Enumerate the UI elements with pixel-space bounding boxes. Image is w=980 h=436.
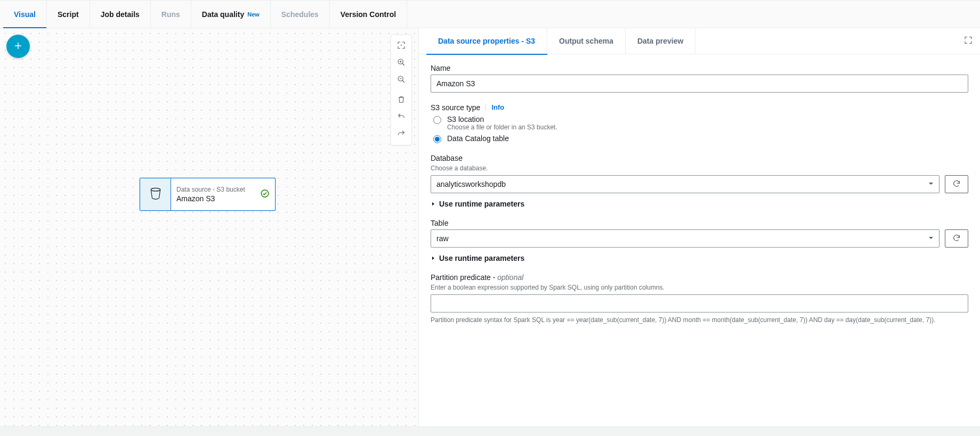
node-status-ok xyxy=(260,189,270,200)
expand-icon xyxy=(964,38,973,46)
fit-screen-icon xyxy=(397,41,406,51)
table-select[interactable]: raw xyxy=(431,229,939,248)
refresh-icon xyxy=(952,179,961,190)
partition-label-text: Partition predicate - xyxy=(431,273,497,282)
tab-runs: Runs xyxy=(151,1,191,28)
svg-line-4 xyxy=(402,63,404,65)
radio-s3-location-label: S3 location xyxy=(447,115,557,124)
main-split: Data source - S3 bucket Amazon S3 Data s… xyxy=(0,28,980,436)
name-label: Name xyxy=(431,64,968,72)
form-group-table: Table raw xyxy=(431,219,968,262)
radio-data-catalog[interactable]: Data Catalog table xyxy=(431,134,968,143)
partition-optional-text: optional xyxy=(497,273,523,282)
zoom-in-button[interactable] xyxy=(393,54,409,71)
undo-icon xyxy=(397,112,406,122)
node-type-label: Data source - S3 bucket xyxy=(176,186,270,193)
tab-visual[interactable]: Visual xyxy=(3,1,47,28)
partition-label: Partition predicate - optional xyxy=(431,273,968,282)
database-label: Database xyxy=(431,154,968,162)
svg-point-10 xyxy=(151,188,160,191)
form-group-name: Name xyxy=(431,64,968,93)
form-group-partition: Partition predicate - optional Enter a b… xyxy=(431,273,968,325)
canvas-node-s3[interactable]: Data source - S3 bucket Amazon S3 xyxy=(140,178,276,211)
panel-tab-data-preview[interactable]: Data preview xyxy=(626,28,695,54)
tab-data-quality-label: Data quality xyxy=(202,10,244,19)
form-group-database: Database Choose a database. analyticswor… xyxy=(431,154,968,208)
zoom-out-icon xyxy=(397,75,406,85)
bucket-icon xyxy=(148,186,163,203)
svg-line-8 xyxy=(402,80,404,83)
s3-source-type-radio-group: S3 location Choose a file or folder in a… xyxy=(431,115,968,143)
delete-node-button[interactable] xyxy=(393,92,409,109)
add-node-button[interactable] xyxy=(6,35,30,58)
expander-db-runtime-label: Use runtime parameters xyxy=(439,200,524,208)
top-tab-bar: Visual Script Job details Runs Data qual… xyxy=(0,0,980,28)
tab-job-details[interactable]: Job details xyxy=(90,1,151,28)
chevron-right-icon xyxy=(431,200,436,208)
zoom-out-button[interactable] xyxy=(393,71,409,88)
partition-desc: Enter a boolean expression supported by … xyxy=(431,284,968,291)
expander-table-runtime-label: Use runtime parameters xyxy=(439,254,524,262)
plus-icon xyxy=(13,41,23,52)
tab-data-quality[interactable]: Data quality New xyxy=(191,1,271,28)
node-body: Data source - S3 bucket Amazon S3 xyxy=(171,178,275,210)
chevron-right-icon xyxy=(431,254,436,262)
canvas-toolbar xyxy=(391,35,412,145)
node-name-label: Amazon S3 xyxy=(176,194,270,203)
check-circle-icon xyxy=(260,192,270,200)
refresh-database-button[interactable] xyxy=(945,175,968,193)
expander-db-runtime-params[interactable]: Use runtime parameters xyxy=(431,200,968,208)
table-label: Table xyxy=(431,219,968,227)
database-desc: Choose a database. xyxy=(431,164,968,172)
node-icon-cell xyxy=(140,178,171,210)
bottom-status-bar xyxy=(0,426,980,436)
radio-data-catalog-input[interactable] xyxy=(433,135,441,143)
name-input[interactable] xyxy=(431,75,968,93)
panel-tab-output-schema[interactable]: Output schema xyxy=(547,28,626,54)
svg-point-2 xyxy=(401,45,402,46)
refresh-table-button[interactable] xyxy=(945,229,968,248)
source-type-label: S3 source type xyxy=(431,103,480,112)
properties-panel: Data source properties - S3 Output schem… xyxy=(419,28,980,436)
zoom-in-icon xyxy=(397,58,406,68)
trash-icon xyxy=(397,95,406,105)
radio-s3-location-input[interactable] xyxy=(433,116,441,124)
radio-s3-location-desc: Choose a file or folder in an S3 bucket. xyxy=(447,124,557,131)
fit-to-screen-button[interactable] xyxy=(393,37,409,54)
canvas-pane: Data source - S3 bucket Amazon S3 xyxy=(0,28,419,436)
table-select-wrap: raw xyxy=(431,229,939,248)
badge-new: New xyxy=(247,11,260,18)
tab-schedules: Schedules xyxy=(271,1,330,28)
tab-version-control[interactable]: Version Control xyxy=(330,1,407,28)
panel-tab-bar: Data source properties - S3 Output schem… xyxy=(419,28,980,54)
redo-icon xyxy=(397,129,406,139)
expander-table-runtime-params[interactable]: Use runtime parameters xyxy=(431,254,968,262)
form-group-source-type: S3 source type Info S3 location Choose a… xyxy=(431,103,968,143)
panel-body: Name S3 source type Info S3 location Cho… xyxy=(419,54,980,351)
refresh-icon xyxy=(952,234,961,244)
partition-hint: Partition predicate syntax for Spark SQL… xyxy=(431,316,968,325)
panel-tab-properties[interactable]: Data source properties - S3 xyxy=(426,28,547,54)
partition-input[interactable] xyxy=(431,294,968,312)
expand-panel-button[interactable] xyxy=(964,36,973,46)
info-link[interactable]: Info xyxy=(485,104,504,111)
radio-data-catalog-label: Data Catalog table xyxy=(447,134,509,143)
tab-script[interactable]: Script xyxy=(47,1,90,28)
canvas[interactable]: Data source - S3 bucket Amazon S3 xyxy=(0,28,418,436)
undo-button[interactable] xyxy=(393,109,409,126)
database-select-wrap: analyticsworkshopdb xyxy=(431,175,939,193)
svg-point-11 xyxy=(261,190,269,198)
radio-s3-location[interactable]: S3 location Choose a file or folder in a… xyxy=(431,115,968,131)
database-select[interactable]: analyticsworkshopdb xyxy=(431,175,939,193)
redo-button[interactable] xyxy=(393,126,409,143)
